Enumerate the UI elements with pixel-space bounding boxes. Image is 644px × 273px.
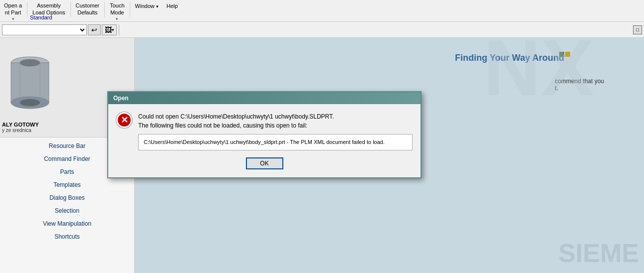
menu-separator-4	[130, 2, 130, 17]
dropdown-arrow: ▾	[12, 16, 14, 21]
dialog-title: Open	[113, 95, 129, 102]
recommend-line1: commend that you	[555, 78, 604, 85]
window-label: Window	[135, 3, 155, 9]
siemens-watermark-text: SIEME	[558, 238, 639, 268]
part-info: ALY GOTOWY y ze srednica	[2, 122, 39, 133]
svg-point-3	[20, 59, 40, 66]
menu-separator-1	[27, 2, 27, 17]
nav-resource-bar-label: Resource Bar	[49, 142, 85, 149]
color-square-green	[559, 52, 564, 57]
standard-bar-label: Standard	[30, 14, 52, 20]
nav-parts-label: Parts	[60, 168, 74, 175]
nav-item-selection[interactable]: Selection	[0, 204, 134, 217]
menu-bar: Open a nt Part ▾ Assembly Load Options C…	[0, 0, 644, 22]
toolbar-right-controls: □	[633, 25, 642, 34]
part-shape-svg	[5, 48, 55, 123]
nav-item-shortcuts[interactable]: Shortcuts	[0, 230, 134, 243]
image-icon: 🖼	[105, 26, 112, 34]
dialog-ok-button[interactable]: OK	[246, 157, 283, 169]
help-label: Help	[167, 3, 178, 9]
nav-shortcuts-label: Shortcuts	[54, 233, 80, 240]
dialog-content: ✕ Could not open C:\Users\Home\Desktop\u…	[108, 104, 421, 177]
dialog-line1: Could not open C:\Users\Home\Desktop\uch…	[138, 112, 334, 121]
svg-point-4	[20, 99, 40, 106]
open-error-dialog: Open ✕ Could not open C:\Users\Home\Desk…	[107, 91, 422, 178]
toolbar-combo[interactable]	[2, 24, 87, 35]
dialog-detail-text: C:\Users\Home\Desktop\uchwyty\1 uchwyt\b…	[144, 139, 385, 145]
dialog-detail-box: C:\Users\Home\Desktop\uchwyty\1 uchwyt\b…	[138, 134, 413, 150]
window-arrow: ▾	[156, 4, 159, 9]
nav-dialog-boxes-label: Dialog Boxes	[49, 194, 85, 201]
nav-selection-label: Selection	[55, 207, 79, 214]
nav-item-view-manipulation[interactable]: View Manipulation	[0, 217, 134, 230]
part-label: ALY GOTOWY	[2, 122, 39, 128]
color-squares	[559, 52, 570, 57]
toolbar-back-button[interactable]: ↩	[88, 24, 101, 35]
nav-item-templates[interactable]: Templates	[0, 178, 134, 191]
error-icon: ✕	[116, 112, 132, 128]
touch-dropdown-arrow: ▾	[116, 16, 118, 21]
nav-view-manipulation-label: View Manipulation	[43, 220, 91, 227]
nav-templates-label: Templates	[53, 181, 81, 188]
menu-help[interactable]: Help	[163, 1, 182, 11]
dialog-title-bar: Open	[108, 92, 421, 104]
menu-window[interactable]: Window ▾	[131, 1, 163, 11]
dialog-line2: The following files could not be loaded,…	[138, 121, 334, 130]
toolbar-image-button[interactable]: 🖼 ▾	[102, 24, 117, 35]
dialog-message-text: Could not open C:\Users\Home\Desktop\uch…	[138, 112, 334, 130]
customer-defaults-label: Customer Defaults	[76, 2, 100, 16]
menu-touch-mode[interactable]: Touch Mode ▾	[106, 1, 128, 22]
back-arrow-icon: ↩	[91, 26, 97, 34]
toolbar-separator	[119, 24, 119, 35]
menu-separator-2	[70, 2, 71, 17]
color-square-yellow	[565, 52, 570, 57]
open-part-label: Open a nt Part	[4, 2, 22, 16]
recommend-line2: t.	[555, 85, 558, 92]
menu-customer-defaults[interactable]: Customer Defaults	[72, 1, 104, 17]
maximize-button[interactable]: □	[633, 25, 642, 34]
menu-open-part[interactable]: Open a nt Part ▾	[0, 1, 26, 22]
part-sublabel: y ze srednica	[2, 128, 39, 133]
menu-separator-3	[104, 2, 105, 17]
nav-item-dialog-boxes[interactable]: Dialog Boxes	[0, 191, 134, 204]
finding-your-way-text: Finding Your Way Around	[455, 53, 564, 63]
recommend-text: commend that you t.	[555, 78, 604, 92]
toolbar-row: ↩ 🖼 ▾ □	[0, 22, 644, 38]
error-x-mark: ✕	[121, 115, 128, 126]
touch-mode-label: Touch Mode	[110, 2, 124, 16]
dialog-message-row: ✕ Could not open C:\Users\Home\Desktop\u…	[116, 112, 413, 130]
dialog-buttons: OK	[116, 154, 413, 171]
nav-command-finder-label: Command Finder	[44, 155, 90, 162]
img-dropdown-arrow: ▾	[112, 27, 114, 32]
nx-watermark-text: NX	[483, 38, 594, 108]
